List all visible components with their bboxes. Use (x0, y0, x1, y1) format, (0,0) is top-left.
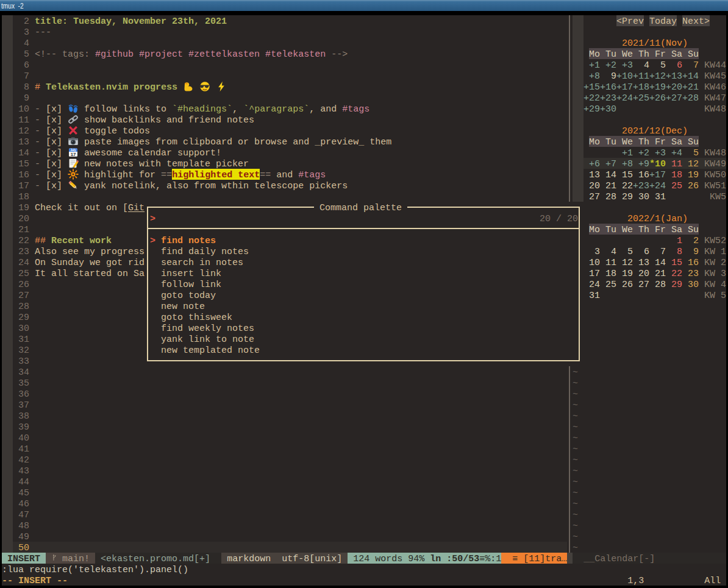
svg-text:17: 17 (71, 152, 76, 157)
